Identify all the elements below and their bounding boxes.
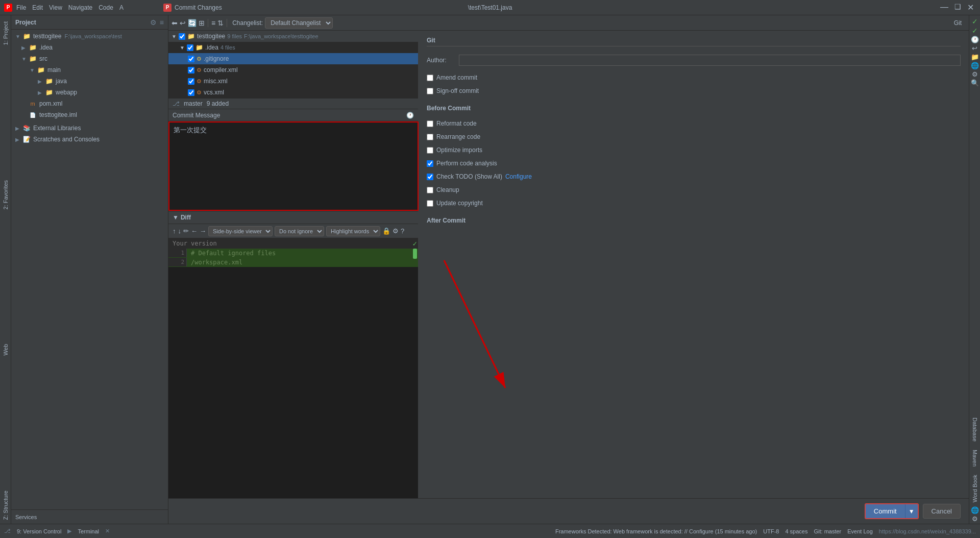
java-folder-icon: 📁 xyxy=(45,77,53,85)
left-tab-structure[interactable]: Z: Structure xyxy=(1,486,11,524)
diff-help-icon[interactable]: ? xyxy=(401,227,404,235)
tree-item-pom[interactable]: ▶ m pom.xml xyxy=(11,98,168,109)
commit-message-input[interactable] xyxy=(168,121,419,211)
right-settings-icon[interactable]: ⚙ xyxy=(972,70,978,78)
compiler-item[interactable]: ⚙ compiler.xml xyxy=(168,64,418,76)
configure-link[interactable]: Configure xyxy=(505,173,532,180)
diff-edit-icon[interactable]: ✏ xyxy=(183,227,189,235)
bottom-close-icon[interactable]: ✕ xyxy=(105,528,110,534)
signoff-row: Sign-off commit xyxy=(427,87,961,94)
gitignore-checkbox[interactable] xyxy=(188,56,194,62)
diff-right-icon[interactable]: → xyxy=(200,227,206,235)
todo-checkbox[interactable] xyxy=(427,174,433,180)
copyright-checkbox[interactable] xyxy=(427,200,433,207)
menu-a[interactable]: A xyxy=(119,4,124,11)
left-tab-favorites[interactable]: 2: Favorites xyxy=(1,176,11,213)
idea-group[interactable]: ▼ 📁 .idea 4 files xyxy=(168,42,418,53)
tree-item-java[interactable]: ▶ 📁 java xyxy=(11,76,168,87)
menu-code[interactable]: Code xyxy=(99,4,113,11)
wordbook-tab[interactable]: Word Book xyxy=(970,471,980,506)
root-checkbox[interactable] xyxy=(179,33,185,40)
tree-label-iml: testtogitee.iml xyxy=(39,111,77,118)
amend-checkbox[interactable] xyxy=(427,75,433,81)
cancel-button[interactable]: Cancel xyxy=(923,504,961,519)
status-event-log[interactable]: Event Log xyxy=(847,528,873,534)
tree-item-webapp[interactable]: ▶ 📁 webapp xyxy=(11,87,168,98)
status-spaces: 4 spaces xyxy=(785,528,807,534)
diff-up-icon[interactable]: ↑ xyxy=(173,227,176,235)
toolbar-undo-icon[interactable]: ↩ xyxy=(180,19,186,27)
right-world-bottom-icon[interactable]: 🌐 xyxy=(971,506,979,514)
idea-checkbox[interactable] xyxy=(187,44,193,51)
analysis-row: Perform code analysis xyxy=(427,160,961,167)
right-search-icon[interactable]: 🔍 xyxy=(971,79,979,87)
diff-highlight-select[interactable]: Highlight words xyxy=(326,226,380,236)
vcs-checkbox[interactable] xyxy=(188,89,194,96)
right-world-icon[interactable]: 🌐 xyxy=(971,62,979,69)
toolbar-back-icon[interactable]: ⬅ xyxy=(172,19,178,27)
branch-label: master xyxy=(184,100,203,107)
menu-view[interactable]: View xyxy=(49,4,62,11)
right-undo-icon[interactable]: ↩ xyxy=(972,44,977,52)
right-gear-bottom-icon[interactable]: ⚙ xyxy=(972,515,978,523)
rearrange-checkbox[interactable] xyxy=(427,134,433,140)
file-tree-root[interactable]: ▼ 📁 testtogitee 9 files F:\java_workspac… xyxy=(168,31,418,42)
tree-item-idea[interactable]: ▶ 📁 .idea xyxy=(11,42,168,53)
right-clock-icon[interactable]: 🕐 xyxy=(971,36,979,43)
right-folder-icon[interactable]: 📁 xyxy=(971,53,979,61)
commit-msg-clock-icon[interactable]: 🕐 xyxy=(406,112,414,119)
left-tab-project[interactable]: 1: Project xyxy=(1,17,11,49)
left-tab-web[interactable]: Web xyxy=(1,340,11,359)
project-layout-icon[interactable]: ≡ xyxy=(160,18,164,27)
vcs-item[interactable]: ⚙ vcs.xml xyxy=(168,87,418,98)
diff-lock-icon[interactable]: 🔒 xyxy=(382,227,390,235)
diff-viewer-select[interactable]: Side-by-side viewer xyxy=(208,226,273,236)
project-settings-icon[interactable]: ⚙ xyxy=(150,18,157,27)
signoff-label: Sign-off commit xyxy=(436,87,479,94)
branch-icon: ⎇ xyxy=(173,100,180,107)
misc-checkbox[interactable] xyxy=(188,78,194,85)
maximize-icon[interactable]: ❑ xyxy=(954,3,961,12)
toolbar-move-icon[interactable]: ⇅ xyxy=(217,19,224,27)
menu-file[interactable]: File xyxy=(16,4,26,11)
file-tree-section: ▼ 📁 testtogitee 9 files F:\java_workspac… xyxy=(168,31,418,98)
tree-item-scratches[interactable]: ▶ 📝 Scratches and Consoles xyxy=(11,134,168,145)
toolbar-align-icon[interactable]: ≡ xyxy=(211,19,215,27)
maven-tab[interactable]: Maven xyxy=(970,446,980,471)
diff-left-icon[interactable]: ← xyxy=(191,227,198,235)
menu-edit[interactable]: Edit xyxy=(32,4,43,11)
close-icon[interactable]: ✕ xyxy=(967,3,974,12)
tree-item-root[interactable]: ▼ 📁 testtogitee F:\java_workspace\test xyxy=(11,31,168,42)
diff-down-icon[interactable]: ↓ xyxy=(178,227,182,235)
signoff-checkbox[interactable] xyxy=(427,88,433,94)
commit-button[interactable]: Commit xyxy=(866,504,905,518)
toolbar-grid-icon[interactable]: ⊞ xyxy=(199,19,205,27)
author-input[interactable] xyxy=(459,55,961,66)
diff-settings-icon[interactable]: ⚙ xyxy=(393,227,399,235)
analysis-checkbox[interactable] xyxy=(427,160,433,167)
commit-button-bar: Commit ▼ Cancel xyxy=(168,498,969,524)
reformat-checkbox[interactable] xyxy=(427,120,433,127)
changelist-dropdown[interactable]: Default Changelist xyxy=(265,17,333,29)
database-tab[interactable]: Database xyxy=(970,413,980,446)
cleanup-checkbox[interactable] xyxy=(427,187,433,193)
gitignore-item[interactable]: ⚙ .gitignore xyxy=(168,53,418,64)
commit-split: ▼ 📁 testtogitee 9 files F:\java_workspac… xyxy=(168,31,969,498)
minimize-icon[interactable]: — xyxy=(940,3,948,12)
tree-item-ext-libs[interactable]: ▶ 📚 External Libraries xyxy=(11,123,168,134)
diff-collapse-arrow[interactable]: ▼ xyxy=(173,214,179,221)
commit-dropdown-button[interactable]: ▼ xyxy=(905,504,918,518)
services-tab[interactable]: Services xyxy=(11,509,168,524)
toolbar-refresh-icon[interactable]: 🔄 xyxy=(188,19,197,27)
compiler-checkbox[interactable] xyxy=(188,67,194,74)
tree-arrow-src: ▼ xyxy=(21,56,28,62)
optimize-checkbox[interactable] xyxy=(427,147,433,154)
tree-item-src[interactable]: ▼ 📁 src xyxy=(11,53,168,64)
menu-navigate[interactable]: Navigate xyxy=(68,4,92,11)
tree-item-main[interactable]: ▼ 📁 main xyxy=(11,64,168,76)
misc-item[interactable]: ⚙ misc.xml xyxy=(168,76,418,87)
diff-ignore-select[interactable]: Do not ignore xyxy=(275,226,324,236)
tree-item-iml[interactable]: ▶ 📄 testtogitee.iml xyxy=(11,109,168,120)
terminal-tab-label[interactable]: Terminal xyxy=(78,528,99,534)
vc-tab-label[interactable]: 9: Version Control xyxy=(17,528,61,534)
